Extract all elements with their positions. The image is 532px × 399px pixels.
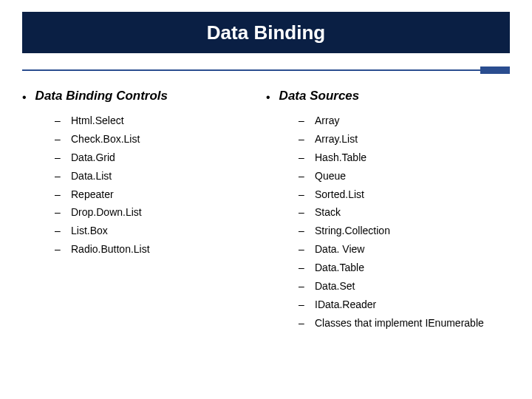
dash-icon: – — [299, 225, 306, 236]
list-item: –List.Box — [55, 224, 266, 238]
list-item: –Radio.Button.List — [55, 242, 266, 256]
dash-icon: – — [55, 133, 62, 145]
item-text: Check.Box.List — [71, 132, 140, 146]
section-heading-row: • Data Sources — [266, 89, 510, 103]
item-text: Data.Table — [315, 261, 364, 275]
list-item: –Data. View — [299, 242, 510, 256]
dash-icon: – — [299, 188, 306, 200]
dash-icon: – — [299, 133, 306, 145]
item-text: Stack — [315, 205, 341, 219]
dash-icon: – — [299, 317, 306, 329]
item-text: Drop.Down.List — [71, 205, 142, 219]
list-item: –Queue — [299, 169, 510, 183]
item-text: Repeater — [71, 188, 114, 202]
column-right: • Data Sources –Array –Array.List –Hash.… — [266, 89, 510, 335]
list-item: –Data.Table — [299, 261, 510, 275]
item-text: Array — [315, 114, 339, 128]
list-item: –Classes that implement IEnumerable — [299, 316, 510, 330]
slide-title: Data Binding — [207, 21, 325, 44]
list-item: –Data.List — [55, 169, 266, 183]
list-item: –Drop.Down.List — [55, 205, 266, 219]
item-text: Data.List — [71, 169, 112, 183]
list-item: –Hash.Table — [299, 151, 510, 165]
bullet-icon: • — [22, 92, 27, 103]
divider — [22, 69, 510, 72]
dash-icon: – — [299, 299, 306, 310]
list-item: –Repeater — [55, 188, 266, 202]
dash-icon: – — [299, 280, 306, 292]
list-item: –String.Collection — [299, 224, 510, 238]
item-text: Html.Select — [71, 114, 124, 128]
item-text: Queue — [315, 169, 346, 183]
slide: Data Binding • Data Binding Controls –Ht… — [0, 12, 532, 399]
item-text: Data.Set — [315, 279, 355, 293]
item-text: Sorted.List — [315, 188, 364, 202]
dash-icon: – — [55, 225, 62, 236]
bullet-icon: • — [266, 92, 270, 103]
title-bar: Data Binding — [22, 12, 510, 53]
list-item: –Array — [299, 114, 510, 128]
dash-icon: – — [299, 243, 306, 255]
item-list: –Html.Select –Check.Box.List –Data.Grid … — [55, 114, 266, 261]
item-text: Data.Grid — [71, 151, 115, 165]
item-text: Classes that implement IEnumerable — [315, 316, 484, 330]
dash-icon: – — [55, 151, 62, 163]
item-text: List.Box — [71, 224, 108, 238]
list-item: –IData.Reader — [299, 298, 510, 312]
dash-icon: – — [55, 115, 62, 126]
column-left: • Data Binding Controls –Html.Select –Ch… — [22, 89, 266, 335]
dash-icon: – — [55, 206, 62, 218]
dash-icon: – — [55, 170, 62, 182]
item-list: –Array –Array.List –Hash.Table –Queue –S… — [299, 114, 510, 335]
dash-icon: – — [55, 188, 62, 200]
list-item: –Stack — [299, 205, 510, 219]
dash-icon: – — [55, 243, 62, 255]
item-text: Data. View — [315, 242, 364, 256]
dash-icon: – — [299, 262, 306, 273]
item-text: String.Collection — [315, 224, 390, 238]
list-item: –Data.Grid — [55, 151, 266, 165]
list-item: –Sorted.List — [299, 188, 510, 202]
dash-icon: – — [299, 115, 306, 126]
list-item: –Data.Set — [299, 279, 510, 293]
list-item: –Array.List — [299, 132, 510, 146]
section-heading-row: • Data Binding Controls — [22, 89, 266, 103]
slide-body: • Data Binding Controls –Html.Select –Ch… — [22, 89, 510, 335]
list-item: –Html.Select — [55, 114, 266, 128]
item-text: Radio.Button.List — [71, 242, 150, 256]
dash-icon: – — [299, 206, 306, 218]
dash-icon: – — [299, 170, 306, 182]
item-text: IData.Reader — [315, 298, 376, 312]
list-item: –Check.Box.List — [55, 132, 266, 146]
section-heading: Data Sources — [279, 89, 360, 103]
item-text: Hash.Table — [315, 151, 366, 165]
section-heading: Data Binding Controls — [35, 89, 168, 103]
item-text: Array.List — [315, 132, 358, 146]
dash-icon: – — [299, 151, 306, 163]
